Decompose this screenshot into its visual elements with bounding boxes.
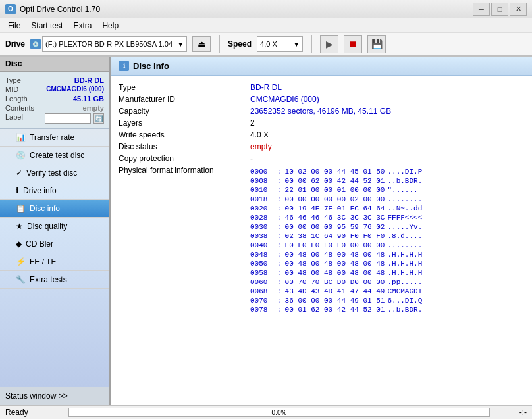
sidebar-item-cd-bler[interactable]: ◆ CD Bler — [0, 235, 109, 253]
sidebar-item-disc-quality[interactable]: ★ Disc quality — [0, 218, 109, 235]
info-value-disc-status: empty — [250, 142, 524, 151]
info-row-mid: Manufacturer ID CMCMAGDI6 (000) — [119, 93, 524, 105]
hex-row-0: 0000 : 10 02 00 00 44 45 01 50 ....DI.P — [250, 167, 440, 176]
time-display: -:- — [500, 408, 527, 417]
info-value-copy-protection: - — [250, 154, 524, 163]
info-label-pfi: Physical format information — [119, 166, 250, 175]
status-text: Ready — [5, 408, 58, 417]
contents-value: empty — [83, 104, 104, 112]
info-row-capacity: Capacity 23652352 sectors, 46196 MB, 45.… — [119, 105, 524, 117]
hex-row-8: 0040 : F0 F0 F0 F0 F0 00 00 00 ........ — [250, 241, 440, 250]
content-header-title: Disc info — [133, 61, 169, 71]
fe-te-icon: ⚡ — [16, 257, 26, 266]
read-button[interactable]: ▶ — [320, 35, 338, 53]
speed-select[interactable]: 4.0 X ▼ — [257, 36, 303, 52]
hex-row-7: 0038 : 02 38 1C 64 90 F0 F0 F0 .8.d.... — [250, 232, 440, 241]
extra-tests-icon: 🔧 — [16, 275, 26, 284]
info-label-mid: Manufacturer ID — [119, 95, 250, 104]
progress-text: 0.0% — [69, 408, 489, 418]
app-icon: O — [5, 4, 16, 14]
info-label-disc-status: Disc status — [119, 142, 250, 151]
speed-label: Speed — [228, 39, 252, 49]
info-row-write-speeds: Write speeds 4.0 X — [119, 129, 524, 141]
verify-test-disc-icon: ✓ — [16, 168, 22, 178]
info-value-mid: CMCMAGDI6 (000) — [250, 95, 524, 104]
hex-row-5: 0028 : 46 46 46 46 3C 3C 3C 3C FFFF<<<< — [250, 213, 440, 222]
label-input-group: 🔄 — [45, 113, 104, 124]
disc-info-table: Type BD-R DL Manufacturer ID CMCMAGDI6 (… — [111, 76, 532, 405]
sidebar-item-transfer-rate[interactable]: 📊 Transfer rate — [0, 129, 109, 147]
cd-bler-icon: ◆ — [16, 239, 22, 249]
info-row-type: Type BD-R DL — [119, 82, 524, 93]
close-button[interactable]: ✕ — [510, 3, 527, 16]
sidebar: Disc Type BD-R DL MID CMCMAGDI6 (000) Le… — [0, 57, 111, 405]
hex-row-15: 0078 : 00 01 62 00 42 44 52 01 ..b.BDR. — [250, 305, 440, 314]
drive-icon: 💿 — [30, 39, 41, 49]
hex-row-3: 0018 : 00 00 00 00 00 02 00 00 ........ — [250, 195, 440, 204]
stop-button[interactable]: ⏹ — [344, 35, 362, 53]
menu-bar: File Start test Extra Help — [0, 18, 532, 33]
eject-button[interactable]: ⏏ — [192, 36, 211, 52]
type-label: Type — [5, 76, 21, 84]
toolbar-divider — [219, 35, 220, 53]
content-header-icon: ℹ — [119, 61, 129, 71]
minimize-button[interactable]: ─ — [473, 3, 490, 16]
sidebar-item-verify-test-disc[interactable]: ✓ Verify test disc — [0, 164, 109, 182]
disc-section-header: Disc — [0, 57, 109, 72]
info-label-write-speeds: Write speeds — [119, 130, 250, 139]
sidebar-item-extra-tests[interactable]: 🔧 Extra tests — [0, 271, 109, 289]
drive-bar: Drive 💿 (F:) PLEXTOR BD-R PX-LB950SA 1.0… — [0, 33, 532, 57]
hex-row-12: 0060 : 00 70 70 BC D0 D0 00 00 .pp..... — [250, 278, 440, 287]
save-button[interactable]: 💾 — [367, 35, 386, 53]
info-label-copy-protection: Copy protection — [119, 154, 250, 163]
info-row-pfi: Physical format information 0000 : 10 02… — [119, 164, 524, 316]
sidebar-item-drive-info[interactable]: ℹ Drive info — [0, 182, 109, 200]
content-header: ℹ Disc info — [111, 57, 532, 76]
menu-file[interactable]: File — [3, 20, 26, 32]
label-label: Label — [5, 113, 23, 124]
drive-info-icon: ℹ — [16, 186, 19, 195]
label-icon-button[interactable]: 🔄 — [93, 113, 104, 124]
toolbar-divider-2 — [311, 35, 312, 53]
info-row-disc-status: Disc status empty — [119, 141, 524, 153]
disc-quality-icon: ★ — [16, 222, 23, 231]
contents-label: Contents — [5, 104, 34, 112]
app-title: Opti Drive Control 1.70 — [20, 5, 100, 14]
maximize-button[interactable]: □ — [491, 3, 508, 16]
speed-select-arrow: ▼ — [293, 41, 300, 48]
info-value-type: BD-R DL — [250, 83, 524, 92]
type-value: BD-R DL — [74, 76, 104, 84]
drive-select[interactable]: (F:) PLEXTOR BD-R PX-LB950SA 1.04 ▼ — [42, 36, 187, 52]
menu-help[interactable]: Help — [97, 20, 124, 32]
hex-block: 0000 : 10 02 00 00 44 45 01 50 ....DI.P … — [250, 167, 440, 314]
info-row-copy-protection: Copy protection - — [119, 153, 524, 164]
info-label-capacity: Capacity — [119, 107, 250, 116]
hex-row-1: 0008 : 00 00 62 00 42 44 52 01 ..b.BDR. — [250, 176, 440, 185]
drive-label: Drive — [5, 39, 25, 49]
title-bar: O Opti Drive Control 1.70 ─ □ ✕ — [0, 0, 532, 18]
hex-row-11: 0058 : 00 48 00 48 00 48 00 48 .H.H.H.H — [250, 268, 440, 278]
info-row-layers: Layers 2 — [119, 117, 524, 129]
content-area: ℹ Disc info Type BD-R DL Manufacturer ID… — [111, 57, 532, 405]
transfer-rate-icon: 📊 — [16, 133, 26, 142]
info-value-layers: 2 — [250, 118, 524, 128]
status-window-button[interactable]: Status window >> — [0, 387, 109, 405]
length-label: Length — [5, 95, 28, 103]
info-value-write-speeds: 4.0 X — [250, 130, 524, 139]
hex-row-10: 0050 : 00 48 00 48 00 48 00 48 .H.H.H.H — [250, 259, 440, 268]
info-label-type: Type — [119, 83, 250, 92]
label-input[interactable] — [45, 113, 91, 124]
info-value-capacity: 23652352 sectors, 46196 MB, 45.11 GB — [250, 107, 524, 116]
menu-start-test[interactable]: Start test — [26, 20, 68, 32]
status-bar: Ready 0.0% -:- — [0, 405, 532, 419]
menu-extra[interactable]: Extra — [68, 20, 97, 32]
sidebar-item-disc-info[interactable]: 📋 Disc info — [0, 200, 109, 218]
hex-row-9: 0048 : 00 48 00 48 00 48 00 48 .H.H.H.H — [250, 250, 440, 259]
drive-select-arrow: ▼ — [177, 41, 184, 48]
sidebar-item-fe-te[interactable]: ⚡ FE / TE — [0, 253, 109, 271]
hex-row-2: 0010 : 22 01 00 00 01 00 00 00 "...... — [250, 185, 440, 195]
mid-label: MID — [5, 86, 18, 93]
mid-value: CMCMAGDI6 (000) — [46, 86, 104, 93]
sidebar-item-create-test-disc[interactable]: 💿 Create test disc — [0, 147, 109, 164]
progress-container: 0.0% — [68, 408, 490, 417]
